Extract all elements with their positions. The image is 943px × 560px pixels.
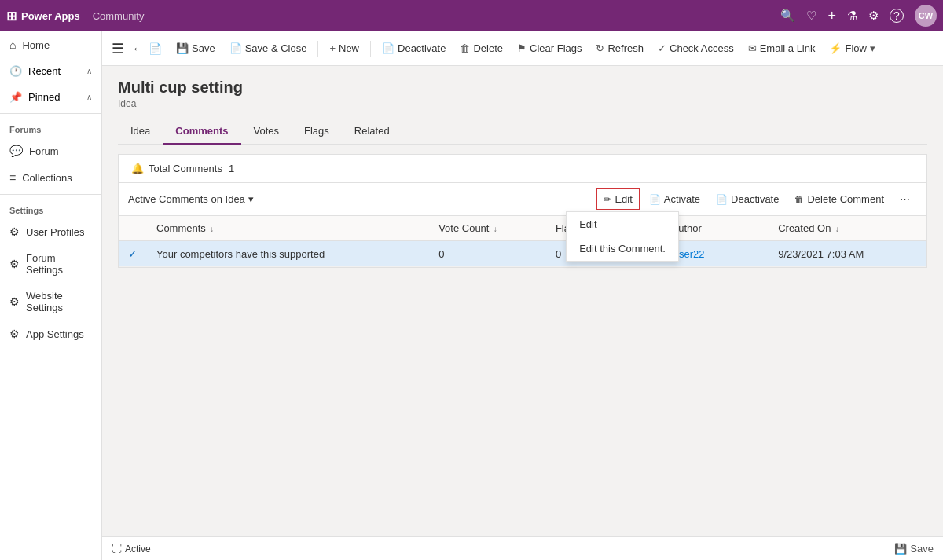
created-sort-icon: ↓ <box>835 225 839 233</box>
pin-icon: 📌 <box>9 91 22 103</box>
search-icon[interactable]: 🔍 <box>780 9 795 23</box>
save-close-icon: 📄 <box>229 42 242 54</box>
sidebar-item-recent[interactable]: 🕐 Recent ∧ <box>0 58 101 84</box>
sort-icon: ↓ <box>210 225 214 233</box>
col-created-on[interactable]: Created On ↓ <box>769 216 926 241</box>
home-icon: ⌂ <box>9 38 16 51</box>
col-comments[interactable]: Comments ↓ <box>147 216 429 241</box>
tab-comments[interactable]: Comments <box>163 119 240 145</box>
sidebar-item-user-profiles[interactable]: ⚙ User Profiles <box>0 218 101 245</box>
table-container: 🔔 Total Comments 1 Active Comments on Id… <box>118 154 927 268</box>
new-button[interactable]: + New <box>323 38 365 58</box>
active-comments-chevron[interactable]: ▾ <box>248 193 254 205</box>
sidebar-item-pinned[interactable]: 📌 Pinned ∧ <box>0 84 101 110</box>
sidebar-item-forum[interactable]: 💬 Forum <box>0 137 101 164</box>
collections-icon: ≡ <box>9 171 16 184</box>
save-status-label[interactable]: Save <box>910 543 934 555</box>
sidebar-divider <box>0 113 101 114</box>
sidebar-item-collections[interactable]: ≡ Collections <box>0 164 101 191</box>
section-name: Community <box>93 10 145 22</box>
page-subtitle: Idea <box>118 98 927 109</box>
forums-section-label: Forums <box>0 117 101 137</box>
clear-flags-button[interactable]: ⚑ Clear Flags <box>511 38 588 58</box>
edit-dropdown-menu: Edit Edit this Comment. <box>566 211 679 262</box>
tabs: Idea Comments Votes Flags Related <box>118 119 927 145</box>
delete-comment-button[interactable]: 🗑 Delete Comment <box>787 188 891 210</box>
tab-related[interactable]: Related <box>342 119 402 145</box>
chevron-down-icon: ∧ <box>86 67 92 75</box>
activate-icon: 📄 <box>649 194 661 205</box>
sidebar-item-forum-settings[interactable]: ⚙ Forum Settings <box>0 245 101 283</box>
save-icon: 💾 <box>176 42 189 54</box>
row-comment-cell: Your competitors have this supported <box>147 241 429 267</box>
sidebar: ⌂ Home 🕐 Recent ∧ 📌 Pinned ∧ Forums 💬 Fo… <box>0 31 102 560</box>
add-icon[interactable]: + <box>827 8 836 24</box>
tab-flags[interactable]: Flags <box>292 119 342 145</box>
dropdown-item-edit-comment[interactable]: Edit this Comment. <box>567 236 678 261</box>
activate-button[interactable]: 📄 Activate <box>642 188 707 210</box>
bell-icon: 🔔 <box>131 163 144 174</box>
favorite-icon[interactable]: ♡ <box>806 9 816 23</box>
save-and-close-button[interactable]: 📄 Save & Close <box>223 38 314 58</box>
check-access-button[interactable]: ✓ Check Access <box>651 38 740 58</box>
total-comments-count: 1 <box>229 163 234 174</box>
active-comments-label: Active Comments on Idea <box>128 193 245 205</box>
more-options-button[interactable]: ⋯ <box>893 188 917 210</box>
row-check-cell: ✓ <box>119 241 147 267</box>
settings-icon[interactable]: ⚙ <box>868 9 879 23</box>
user-profiles-icon: ⚙ <box>9 225 20 238</box>
menu-toggle-icon[interactable]: ☰ <box>112 40 124 57</box>
sidebar-item-website-settings[interactable]: ⚙ Website Settings <box>0 283 101 320</box>
sub-toolbar: Active Comments on Idea ▾ ✏ Edit 📄 Activ… <box>119 183 926 216</box>
row-vote-count-cell: 0 <box>429 241 546 267</box>
data-table: Comments ↓ Vote Count ↓ Flag Count ↓ <box>119 216 926 267</box>
table-row[interactable]: ✓ Your competitors have this supported 0… <box>119 241 926 267</box>
help-icon[interactable]: ? <box>890 9 904 23</box>
total-comments-label: 🔔 Total Comments <box>131 163 222 174</box>
sidebar-item-app-settings[interactable]: ⚙ App Settings <box>0 320 101 347</box>
col-vote-count[interactable]: Vote Count ↓ <box>429 216 546 241</box>
refresh-icon: ↻ <box>596 42 604 54</box>
status-text: Active <box>125 544 151 555</box>
row-empty-cell <box>740 241 769 267</box>
more-options-icon: ⋯ <box>900 193 910 205</box>
edit-button[interactable]: ✏ Edit <box>596 188 640 210</box>
sidebar-item-home[interactable]: ⌂ Home <box>0 31 101 58</box>
col-created-on-label: Created On <box>778 222 831 234</box>
delete-button[interactable]: 🗑 Delete <box>453 38 509 58</box>
clear-flags-icon: ⚑ <box>517 42 527 54</box>
col-vote-count-label: Vote Count <box>438 222 489 234</box>
deactivate-button[interactable]: 📄 Deactivate <box>376 38 452 58</box>
flow-button[interactable]: ⚡ Flow ▾ <box>823 38 881 58</box>
deactivate-sub-button[interactable]: 📄 Deactivate <box>709 188 786 210</box>
save-status-icon: 💾 <box>894 543 907 555</box>
sub-toolbar-wrapper: Active Comments on Idea ▾ ✏ Edit 📄 Activ… <box>119 183 926 216</box>
back-button[interactable]: ← <box>132 42 144 55</box>
email-link-button[interactable]: ✉ Email a Link <box>742 38 822 58</box>
sidebar-item-label: User Profiles <box>26 226 84 238</box>
content-area: ☰ ← 📄 💾 Save 📄 Save & Close + New 📄 Deac… <box>102 31 943 560</box>
app-logo[interactable]: ⊞ Power Apps <box>6 9 80 24</box>
filter-icon[interactable]: ⚗ <box>847 9 857 23</box>
delete-icon: 🗑 <box>460 42 470 54</box>
sidebar-item-label: App Settings <box>26 328 84 340</box>
delete-comment-icon: 🗑 <box>794 194 804 205</box>
sidebar-item-label: Pinned <box>28 91 60 103</box>
tab-votes[interactable]: Votes <box>241 119 292 145</box>
tab-idea[interactable]: Idea <box>118 119 163 145</box>
dropdown-item-edit[interactable]: Edit <box>567 212 678 236</box>
email-icon: ✉ <box>748 42 757 54</box>
flow-icon: ⚡ <box>829 42 842 54</box>
edit-pencil-icon: ✏ <box>604 194 611 205</box>
refresh-button[interactable]: ↻ Refresh <box>589 38 650 58</box>
save-button[interactable]: 💾 Save <box>170 38 222 58</box>
expand-icon[interactable]: ⛶ <box>112 543 122 555</box>
sidebar-divider-2 <box>0 194 101 195</box>
avatar[interactable]: CW <box>915 5 937 27</box>
bookmark-icon[interactable]: 📄 <box>149 42 162 55</box>
sidebar-item-label: Website Settings <box>26 290 92 313</box>
check-mark-icon: ✓ <box>128 247 138 260</box>
command-bar: ☰ ← 📄 💾 Save 📄 Save & Close + New 📄 Deac… <box>102 31 943 66</box>
top-navigation: ⊞ Power Apps Community 🔍 ♡ + ⚗ ⚙ ? CW <box>0 0 943 31</box>
separator-1 <box>317 41 318 57</box>
